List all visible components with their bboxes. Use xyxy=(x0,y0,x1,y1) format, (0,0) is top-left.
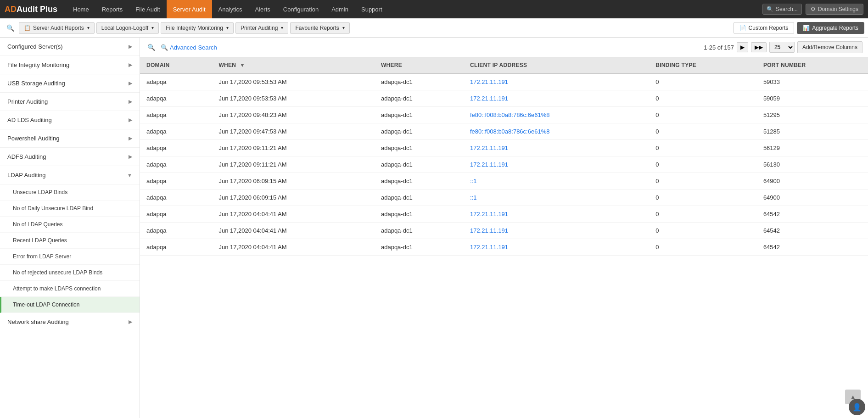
content-search-icon-button[interactable]: 🔍 xyxy=(146,43,157,52)
table-row: adapqa Jun 17,2020 09:53:53 AM adapqa-dc… xyxy=(140,73,868,90)
custom-reports-button[interactable]: 📄 Custom Reports xyxy=(734,22,795,34)
nav-alerts[interactable]: Alerts xyxy=(249,0,277,18)
printer-auditing-dropdown[interactable]: Printer Auditing ▾ xyxy=(235,22,288,34)
table-row: adapqa Jun 17,2020 06:09:15 AM adapqa-dc… xyxy=(140,189,868,206)
sidebar-item-file-integrity[interactable]: File Integrity Monitoring ▶ xyxy=(0,56,140,74)
nav-items: Home Reports File Audit Server Audit Ana… xyxy=(67,0,762,18)
add-remove-columns-button[interactable]: Add/Remove Columns xyxy=(797,41,862,53)
col-where: WHERE xyxy=(375,57,464,73)
ldap-sub-label-daily-unsecure: No of Daily Unsecure LDAP Bind xyxy=(13,205,93,212)
table-row: adapqa Jun 17,2020 09:53:53 AM adapqa-dc… xyxy=(140,90,868,107)
cell-ip-6[interactable]: ::1 xyxy=(464,173,649,189)
col-when[interactable]: WHEN ▼ xyxy=(212,57,375,73)
table-row: adapqa Jun 17,2020 04:04:41 AM adapqa-dc… xyxy=(140,239,868,256)
cell-domain-7: adapqa xyxy=(140,189,212,206)
nav-reports[interactable]: Reports xyxy=(95,0,129,18)
search-icon: 🔍 xyxy=(767,6,773,12)
cell-binding-9: 0 xyxy=(649,223,757,239)
domain-settings-button[interactable]: ⚙ Domain Settings xyxy=(806,4,863,15)
page-size-select[interactable]: 25 50 100 xyxy=(769,42,795,53)
global-search[interactable]: 🔍 Search... xyxy=(762,4,802,15)
ldap-sub-label-recent-queries: Recent LDAP Queries xyxy=(13,237,67,244)
avatar[interactable]: 👤 xyxy=(849,399,865,415)
cell-ip-9[interactable]: 172.21.11.191 xyxy=(464,223,649,239)
sidebar-label-usb-storage: USB Storage Auditing xyxy=(7,80,65,87)
cell-ip-2[interactable]: fe80::f008:b0a8:786c:6e61%8 xyxy=(464,107,649,123)
cell-port-6: 64900 xyxy=(757,173,868,189)
cell-ip-8[interactable]: 172.21.11.191 xyxy=(464,206,649,223)
ldap-sub-item-timeout[interactable]: Time-out LDAP Connection xyxy=(0,297,140,313)
nav-file-audit[interactable]: File Audit xyxy=(129,0,166,18)
ldap-sub-item-rejected-binds[interactable]: No of rejected unsecure LDAP Binds xyxy=(0,265,140,281)
cell-where-10: adapqa-dc1 xyxy=(375,239,464,256)
table-header-row: DOMAIN WHEN ▼ WHERE CLIENT IP ADDRESS BI… xyxy=(140,57,868,73)
cell-where-5: adapqa-dc1 xyxy=(375,156,464,173)
sidebar-item-configured-servers[interactable]: Configured Server(s) ▶ xyxy=(0,38,140,56)
col-port-number: PORT NUMBER xyxy=(757,57,868,73)
sidebar-item-adfs[interactable]: ADFS Auditing ▶ xyxy=(0,148,140,166)
cell-ip-5[interactable]: 172.21.11.191 xyxy=(464,156,649,173)
nav-support[interactable]: Support xyxy=(355,0,389,18)
ldap-sub-item-ldap-queries[interactable]: No of LDAP Queries xyxy=(0,217,140,233)
nav-server-audit[interactable]: Server Audit xyxy=(167,0,212,18)
ldap-sub-item-ldaps-connection[interactable]: Attempt to make LDAPS connection xyxy=(0,281,140,297)
cell-binding-7: 0 xyxy=(649,189,757,206)
printer-auditing-caret: ▾ xyxy=(281,25,283,30)
next-page-button[interactable]: ▶ xyxy=(737,42,748,52)
sidebar-label-powershell: Powershell Auditing xyxy=(7,135,59,142)
cell-ip-4[interactable]: 172.21.11.191 xyxy=(464,140,649,156)
col-domain: DOMAIN xyxy=(140,57,212,73)
nav-right: 🔍 Search... ⚙ Domain Settings xyxy=(762,4,863,15)
ldap-sub-item-error-server[interactable]: Error from LDAP Server xyxy=(0,249,140,265)
ldap-sub-item-daily-unsecure[interactable]: No of Daily Unsecure LDAP Bind xyxy=(0,201,140,217)
server-audit-reports-label: Server Audit Reports xyxy=(33,25,84,31)
table-row: adapqa Jun 17,2020 09:11:21 AM adapqa-dc… xyxy=(140,156,868,173)
local-logon-logoff-dropdown[interactable]: Local Logon-Logoff ▾ xyxy=(96,22,159,34)
favourite-reports-label: Favourite Reports xyxy=(295,25,339,31)
cell-domain-8: adapqa xyxy=(140,206,212,223)
table-row: adapqa Jun 17,2020 06:09:15 AM adapqa-dc… xyxy=(140,173,868,189)
cell-when-5: Jun 17,2020 09:11:21 AM xyxy=(212,156,375,173)
sidebar-item-ldap[interactable]: LDAP Auditing ▼ xyxy=(0,166,140,184)
brand-prefix: AD xyxy=(5,5,17,14)
ldap-sub-label-rejected-binds: No of rejected unsecure LDAP Binds xyxy=(13,269,102,276)
advanced-search-icon: 🔍 xyxy=(161,44,168,51)
cell-where-0: adapqa-dc1 xyxy=(375,73,464,90)
nav-home[interactable]: Home xyxy=(67,0,95,18)
nav-analytics[interactable]: Analytics xyxy=(212,0,249,18)
col-client-ip: CLIENT IP ADDRESS xyxy=(464,57,649,73)
cell-ip-1[interactable]: 172.21.11.191 xyxy=(464,90,649,107)
add-remove-label: Add/Remove Columns xyxy=(802,44,857,50)
last-page-button[interactable]: ▶▶ xyxy=(751,42,767,52)
ldap-sub-item-recent-queries[interactable]: Recent LDAP Queries xyxy=(0,233,140,249)
local-logon-label: Local Logon-Logoff xyxy=(101,25,149,31)
cell-ip-3[interactable]: fe80::f008:b0a8:786c:6e61%8 xyxy=(464,123,649,140)
aggregate-reports-button[interactable]: 📊 Aggregate Reports xyxy=(797,22,864,34)
cell-ip-7[interactable]: ::1 xyxy=(464,189,649,206)
cell-port-4: 56129 xyxy=(757,140,868,156)
sidebar-item-printer-auditing[interactable]: Printer Auditing ▶ xyxy=(0,93,140,111)
ldap-sub-item-unsecure-binds[interactable]: Unsecure LDAP Binds xyxy=(0,184,140,201)
col-binding-type: BINDING TYPE xyxy=(649,57,757,73)
nav-admin[interactable]: Admin xyxy=(325,0,355,18)
nav-configuration[interactable]: Configuration xyxy=(277,0,325,18)
cell-ip-0[interactable]: 172.21.11.191 xyxy=(464,73,649,90)
sort-arrow-when: ▼ xyxy=(240,62,245,68)
second-nav-search-icon[interactable]: 🔍 xyxy=(4,24,17,32)
sidebar-item-network-share[interactable]: Network share Auditing ▶ xyxy=(0,313,140,331)
sidebar-item-powershell[interactable]: Powershell Auditing ▶ xyxy=(0,129,140,148)
advanced-search-button[interactable]: 🔍 Advanced Search xyxy=(161,44,217,51)
sidebar-item-ad-lds[interactable]: AD LDS Auditing ▶ xyxy=(0,111,140,129)
ldap-sub-label-ldaps-connection: Attempt to make LDAPS connection xyxy=(13,285,101,292)
domain-settings-label: Domain Settings xyxy=(818,6,858,12)
cell-port-3: 51285 xyxy=(757,123,868,140)
cell-ip-10[interactable]: 172.21.11.191 xyxy=(464,239,649,256)
data-table: DOMAIN WHEN ▼ WHERE CLIENT IP ADDRESS BI… xyxy=(140,57,868,256)
cell-when-7: Jun 17,2020 06:09:15 AM xyxy=(212,189,375,206)
favourite-reports-dropdown[interactable]: Favourite Reports ▾ xyxy=(290,22,349,34)
cell-when-9: Jun 17,2020 04:04:41 AM xyxy=(212,223,375,239)
sidebar-item-usb-storage[interactable]: USB Storage Auditing ▶ xyxy=(0,74,140,93)
server-audit-reports-dropdown[interactable]: 📋 Server Audit Reports ▾ xyxy=(19,22,95,34)
file-integrity-monitoring-dropdown[interactable]: File Integrity Monitoring ▾ xyxy=(161,22,234,34)
table-row: adapqa Jun 17,2020 09:48:23 AM adapqa-dc… xyxy=(140,107,868,123)
